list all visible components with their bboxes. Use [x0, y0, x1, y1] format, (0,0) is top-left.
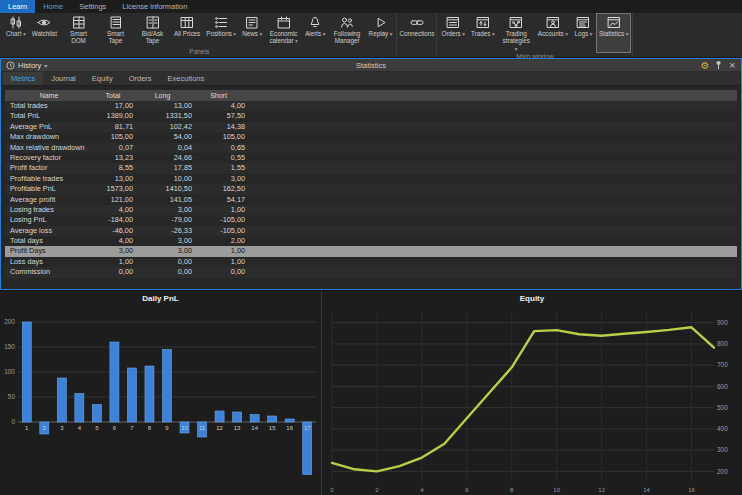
table-row[interactable]: Max relative drawdown0,070,040,65 [5, 143, 737, 153]
cell-name: Losing trades [5, 205, 93, 215]
table-row[interactable]: Total days4,003,002,00 [5, 236, 737, 246]
svg-text:800: 800 [717, 340, 728, 347]
column-header-total[interactable]: Total [93, 92, 133, 99]
table-row[interactable]: Recovery factor13,2324,660,55 [5, 153, 737, 163]
ribbon-button-watchlist[interactable]: Watchlist [29, 13, 60, 48]
menubar: LearnHomeSettingsLicense information [0, 0, 742, 13]
column-header-name[interactable]: Name [5, 92, 93, 99]
table-row[interactable]: Average profit121,00141,0554,17 [5, 195, 737, 205]
table-row[interactable]: Losing trades4,003,001,00 [5, 205, 737, 215]
svg-text:3: 3 [60, 425, 64, 431]
svg-text:12: 12 [216, 425, 223, 431]
cell-total: 13,23 [93, 153, 133, 163]
pnl-bar-16 [285, 419, 294, 422]
orders-icon [446, 15, 460, 30]
ribbon-button-smart-dom[interactable]: Smart DOM [60, 13, 97, 48]
ribbon-button-label: Watchlist [32, 30, 57, 37]
tab-equity[interactable]: Equity [84, 72, 121, 85]
chevron-down-icon: ▾ [44, 62, 47, 69]
tab-orders[interactable]: Orders [121, 72, 160, 85]
cell-long: 1331,50 [133, 111, 192, 121]
tab-metrics[interactable]: Metrics [3, 72, 43, 85]
cell-total: -184,00 [93, 215, 133, 225]
table-row[interactable]: Total PnL1389,001331,5057,50 [5, 111, 737, 121]
table-row[interactable]: Losing PnL-184,00-79,00-105,00 [5, 215, 737, 225]
ribbon-button-label: Connections [399, 30, 434, 37]
strategies-icon [509, 15, 523, 30]
cell-name: Average PnL [5, 122, 93, 132]
chevron-down-icon: ▾ [490, 31, 494, 37]
ribbon-button-following-manager[interactable]: Following Manager [329, 13, 366, 48]
ribbon-button-alerts[interactable]: Alerts ▾ [302, 13, 328, 48]
cell-name: Total PnL [5, 111, 93, 121]
smart-tape-icon [109, 15, 123, 30]
ribbon-button-label: Accounts ▾ [538, 30, 568, 38]
ribbon-button-connections[interactable]: Connections [398, 13, 435, 48]
table-row[interactable]: Total trades17,0013,004,00 [5, 101, 737, 111]
table-row[interactable]: Loss days1,000,001,00 [5, 257, 737, 267]
ribbon-button-economic-calendar[interactable]: Economic calendar ▾ [265, 13, 302, 48]
table-row[interactable]: Average loss-46,00-26,33-105,00 [5, 226, 737, 236]
column-header-long[interactable]: Long [133, 92, 192, 99]
ribbon-button-orders[interactable]: Orders ▾ [438, 13, 468, 53]
ribbon-button-logs[interactable]: Logs ▾ [571, 13, 596, 53]
cell-long: 54,00 [133, 132, 192, 142]
ribbon-button-positions[interactable]: Positions ▾ [203, 13, 239, 48]
table-row[interactable]: Profitable PnL1573,001410,50162,50 [5, 184, 737, 194]
table-row[interactable]: Profit factor8,5517,851,55 [5, 163, 737, 173]
cell-name: Average profit [5, 195, 93, 205]
ribbon-button-smart-tape[interactable]: Smart Tape [97, 13, 134, 48]
table-body: Total trades17,0013,004,00Total PnL1389,… [5, 101, 737, 278]
ribbon-button-trading-strategies[interactable]: Trading strategies ▾ [498, 13, 535, 53]
cell-short: 14,38 [192, 122, 245, 132]
table-row[interactable]: Max drawdown105,0054,00105,00 [5, 132, 737, 142]
cell-short: -105,00 [192, 226, 245, 236]
tab-executions[interactable]: Executions [160, 72, 213, 85]
history-source-dropdown[interactable]: History ▾ [6, 61, 47, 70]
ribbon-group-main-window: Orders ▾Trades ▾Trading strategies ▾Acco… [437, 13, 633, 57]
ribbon-button-statistics[interactable]: Statistics ▾ [596, 13, 632, 53]
ribbon-button-trades[interactable]: Trades ▾ [468, 13, 498, 53]
menu-tab-settings[interactable]: Settings [71, 0, 114, 13]
svg-text:0: 0 [11, 418, 15, 425]
ribbon-button-accounts[interactable]: Accounts ▾ [535, 13, 571, 53]
panel-tabs: MetricsJournalEquityOrdersExecutions [1, 72, 741, 86]
table-row[interactable]: Commission0,000,000,00 [5, 267, 737, 277]
ribbon-button-bid-ask-tape[interactable]: Bid/Ask Tape [134, 13, 171, 48]
ribbon-button-all-prices[interactable]: All Prices [171, 13, 203, 48]
svg-text:600: 600 [717, 383, 728, 390]
pnl-bar-3 [57, 378, 66, 422]
tab-journal[interactable]: Journal [43, 72, 84, 85]
ribbon-button-label: Orders ▾ [441, 30, 465, 38]
table-row[interactable]: Profitable trades13,0010,003,00 [5, 174, 737, 184]
alerts-icon [308, 15, 322, 30]
daily-pnl-title: Daily PnL [0, 291, 321, 306]
pnl-bar-5 [92, 405, 101, 423]
svg-text:4: 4 [78, 425, 82, 431]
menu-tab-home[interactable]: Home [35, 0, 71, 13]
svg-text:13: 13 [234, 425, 241, 431]
table-row[interactable]: Average PnL81,71102,4214,38 [5, 122, 737, 132]
ribbon-button-label: Positions ▾ [206, 30, 236, 38]
column-header-short[interactable]: Short [192, 92, 245, 99]
settings-gear-icon[interactable]: ⚙ [700, 61, 709, 70]
pin-icon[interactable] [715, 60, 722, 70]
table-row[interactable]: Profit Days3,003,001,00 [5, 246, 737, 256]
ribbon-button-label: Trades ▾ [471, 30, 495, 38]
cell-total: 1573,00 [93, 184, 133, 194]
ribbon-button-news[interactable]: News ▾ [239, 13, 265, 48]
cell-short: 57,50 [192, 111, 245, 121]
cell-name: Profitable PnL [5, 184, 93, 194]
cell-total: 4,00 [93, 236, 133, 246]
svg-text:5: 5 [95, 425, 99, 431]
ribbon-button-chart[interactable]: Chart ▾ [3, 13, 29, 48]
chevron-down-icon: ▾ [564, 31, 568, 37]
menu-tab-license-information[interactable]: License information [114, 0, 195, 13]
panel-header-icons: ⚙ × [700, 60, 736, 70]
close-icon[interactable]: × [728, 61, 736, 70]
cell-total: 81,71 [93, 122, 133, 132]
panel-title: Statistics [1, 61, 741, 70]
menu-tab-learn[interactable]: Learn [0, 0, 35, 13]
svg-text:6: 6 [465, 487, 469, 493]
ribbon-button-replay[interactable]: Replay ▾ [366, 13, 396, 48]
